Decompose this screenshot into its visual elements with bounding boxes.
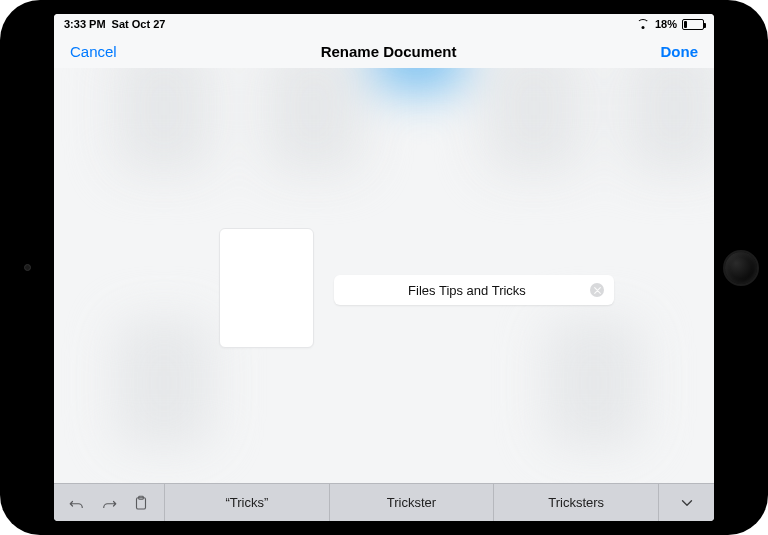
done-button[interactable]: Done [660, 43, 698, 60]
screen: 3:33 PM Sat Oct 27 18% Cancel Rename Doc… [54, 14, 714, 521]
content-area [54, 68, 714, 483]
undo-button[interactable] [68, 494, 86, 512]
clipboard-icon [132, 494, 150, 512]
undo-icon [68, 494, 86, 512]
home-button[interactable] [723, 250, 759, 286]
battery-icon [682, 19, 704, 30]
nav-bar: Cancel Rename Document Done [54, 34, 714, 68]
ipad-frame: 3:33 PM Sat Oct 27 18% Cancel Rename Doc… [0, 0, 768, 535]
suggestion-3[interactable]: Tricksters [493, 484, 658, 521]
keyboard-suggestions: “Tricks” Trickster Tricksters [164, 484, 658, 521]
nav-title: Rename Document [321, 43, 457, 60]
battery-percentage: 18% [655, 18, 677, 30]
document-thumbnail [219, 228, 314, 348]
battery-fill [684, 21, 687, 28]
clear-text-button[interactable] [590, 283, 604, 297]
keyboard-dismiss-button[interactable] [658, 484, 714, 521]
status-bar: 3:33 PM Sat Oct 27 18% [54, 14, 714, 34]
rename-field[interactable] [334, 275, 614, 305]
redo-button[interactable] [100, 494, 118, 512]
front-camera [24, 264, 31, 271]
keyboard-accessory-bar: “Tricks” Trickster Tricksters [54, 483, 714, 521]
status-date: Sat Oct 27 [112, 18, 166, 30]
cancel-button[interactable]: Cancel [70, 43, 117, 60]
chevron-down-icon [678, 494, 696, 512]
suggestion-1[interactable]: “Tricks” [164, 484, 329, 521]
keyboard-tools [54, 484, 164, 521]
device-left-bezel [0, 0, 54, 535]
suggestion-2[interactable]: Trickster [329, 484, 494, 521]
device-right-bezel [714, 0, 768, 535]
wifi-icon [637, 19, 650, 29]
paste-button[interactable] [132, 494, 150, 512]
status-time: 3:33 PM [64, 18, 106, 30]
rename-input[interactable] [344, 283, 590, 298]
redo-icon [100, 494, 118, 512]
close-icon [594, 287, 601, 294]
